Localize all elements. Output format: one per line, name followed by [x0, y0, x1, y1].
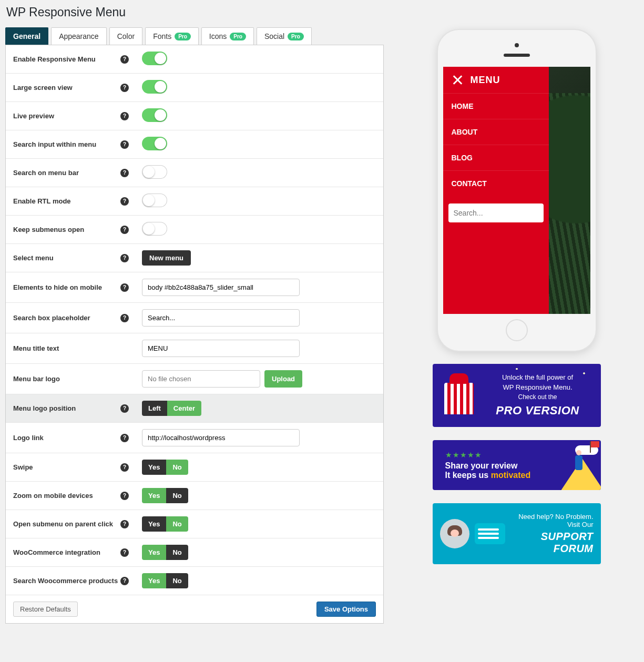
help-icon[interactable]: ?: [120, 140, 129, 149]
phone-speaker-icon: [504, 54, 530, 57]
label-rtl: Enable RTL mode: [13, 197, 71, 205]
help-icon[interactable]: ?: [120, 492, 129, 500]
logo-pos-center[interactable]: Center: [167, 401, 201, 416]
page-title: WP Responsive Menu: [6, 5, 639, 19]
tabs: General Appearance Color FontsPro IconsP…: [5, 27, 384, 45]
help-icon[interactable]: ?: [120, 520, 129, 528]
zoom-yes[interactable]: Yes: [142, 488, 166, 503]
open-parent-yes[interactable]: Yes: [142, 516, 166, 532]
label-enable-responsive: Enable Responsive Menu: [13, 55, 96, 63]
gift-icon: [440, 376, 478, 414]
toggle-submenus-open[interactable]: [142, 222, 167, 236]
toggle-search-within[interactable]: [142, 137, 167, 150]
preview-menu-panel: MENU HOME ABOUT BLOG CONTACT: [443, 67, 549, 314]
help-icon[interactable]: ?: [120, 169, 129, 177]
help-icon[interactable]: ?: [120, 577, 129, 585]
preview-menu-item[interactable]: CONTACT: [443, 170, 549, 196]
label-menu-title: Menu title text: [13, 344, 59, 352]
label-select-menu: Select menu: [13, 254, 54, 262]
label-swipe: Swipe: [13, 463, 33, 471]
preview-menu-title: MENU: [471, 75, 500, 86]
toggle-rtl[interactable]: [142, 193, 167, 207]
toggle-enable-responsive[interactable]: [142, 52, 167, 65]
tab-icons[interactable]: IconsPro: [201, 27, 254, 45]
help-icon[interactable]: ?: [120, 434, 129, 442]
label-submenus-open: Keep submenus open: [13, 226, 84, 233]
label-bar-logo: Menu bar logo: [13, 375, 60, 383]
help-icon[interactable]: ?: [120, 254, 129, 262]
restore-defaults-button[interactable]: Restore Defaults: [13, 602, 78, 617]
help-icon[interactable]: ?: [120, 112, 129, 120]
logo-link-input[interactable]: [142, 429, 300, 446]
tab-color[interactable]: Color: [109, 27, 142, 45]
pro-version-label: PRO VERSION: [482, 404, 594, 417]
woo-no[interactable]: No: [166, 545, 188, 560]
label-search-bar: Search on menu bar: [13, 169, 79, 177]
label-logo-link: Logo link: [13, 434, 44, 442]
woo-search-yes[interactable]: Yes: [142, 573, 166, 588]
preview-menu-item[interactable]: ABOUT: [443, 119, 549, 145]
new-menu-button[interactable]: New menu: [142, 250, 191, 266]
label-zoom: Zoom on mobile devices: [13, 492, 93, 500]
swipe-no[interactable]: No: [166, 460, 188, 475]
woo-search-no[interactable]: No: [166, 573, 188, 588]
promo-support[interactable]: Need help? No Problem. Visit Our SUPPORT…: [433, 503, 601, 564]
promo-review[interactable]: ★★★★★ Share your review It keeps us moti…: [433, 440, 601, 490]
zoom-no[interactable]: No: [166, 488, 188, 503]
pro-badge: Pro: [175, 33, 191, 40]
label-woo-search: Search Woocommerce products: [13, 577, 118, 585]
help-icon[interactable]: ?: [120, 404, 129, 413]
preview-menu-item[interactable]: BLOG: [443, 145, 549, 170]
tab-fonts[interactable]: FontsPro: [145, 27, 199, 45]
label-woo: WooCommerce integration: [13, 548, 100, 556]
label-logo-position: Menu logo position: [13, 404, 76, 412]
preview-menu-item[interactable]: HOME: [443, 93, 549, 119]
label-large-screen: Large screen view: [13, 84, 73, 91]
toggle-search-bar[interactable]: [142, 165, 167, 179]
label-open-parent: Open submenu on parent click: [13, 520, 113, 528]
avatar-icon: [440, 519, 469, 548]
promo-pro[interactable]: Unlock the full power of WP Responsive M…: [433, 364, 601, 427]
support-forum-label: SUPPORT FORUM: [505, 531, 594, 555]
label-search-placeholder: Search box placeholder: [13, 314, 90, 322]
woo-yes[interactable]: Yes: [142, 545, 166, 560]
close-icon[interactable]: [452, 74, 463, 86]
pro-badge: Pro: [230, 33, 246, 40]
pro-badge: Pro: [288, 33, 304, 40]
hide-elements-input[interactable]: [142, 279, 300, 296]
logo-pos-left[interactable]: Left: [142, 401, 167, 416]
preview-search-input[interactable]: [448, 203, 544, 222]
menu-title-input[interactable]: [142, 340, 300, 357]
help-icon[interactable]: ?: [120, 314, 129, 322]
phone-home-button-icon: [506, 319, 528, 341]
tab-appearance[interactable]: Appearance: [51, 27, 107, 45]
label-hide-elements: Elements to hide on mobile: [13, 283, 102, 291]
phone-camera-icon: [515, 43, 519, 47]
help-icon[interactable]: ?: [120, 283, 129, 292]
tab-social[interactable]: SocialPro: [257, 27, 312, 45]
help-icon[interactable]: ?: [120, 548, 129, 557]
label-search-within: Search input within menu: [13, 140, 96, 148]
phone-preview: MENU HOME ABOUT BLOG CONTACT: [438, 30, 596, 351]
person-icon: [575, 455, 582, 470]
help-icon[interactable]: ?: [120, 55, 129, 64]
help-icon[interactable]: ?: [120, 197, 129, 206]
settings-panel: Enable Responsive Menu? Large screen vie…: [5, 45, 384, 624]
upload-button[interactable]: Upload: [264, 370, 302, 388]
preview-background: [543, 93, 590, 314]
help-icon[interactable]: ?: [120, 226, 129, 234]
label-live-preview: Live preview: [13, 112, 54, 120]
open-parent-no[interactable]: No: [166, 516, 188, 532]
toggle-large-screen[interactable]: [142, 80, 167, 94]
logo-file-input[interactable]: [142, 370, 260, 388]
help-icon[interactable]: ?: [120, 463, 129, 472]
chat-icon: [475, 523, 505, 544]
search-placeholder-input[interactable]: [142, 309, 300, 327]
save-options-button[interactable]: Save Options: [316, 602, 376, 617]
toggle-live-preview[interactable]: [142, 108, 167, 122]
tab-general[interactable]: General: [5, 27, 48, 45]
help-icon[interactable]: ?: [120, 84, 129, 92]
swipe-yes[interactable]: Yes: [142, 460, 166, 475]
flag-icon: [591, 441, 599, 447]
